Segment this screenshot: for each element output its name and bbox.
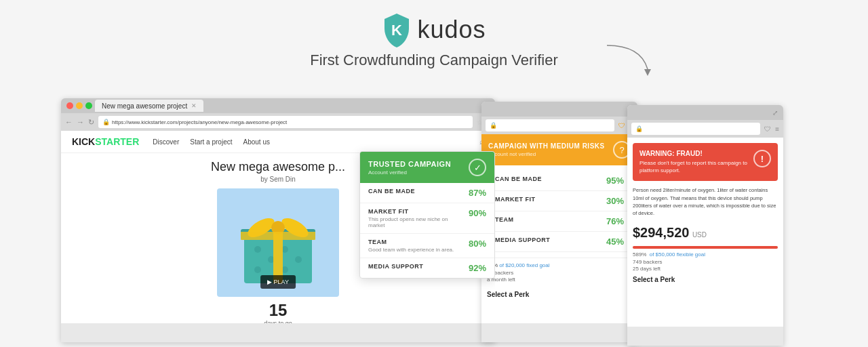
team-desc: Good team with experience in area. [368,247,454,253]
browser-2: ⤢ 🔒 🛡 ≡ CAMPAIGN WITH MEDIUM RISKS Accou… [481,102,637,342]
can-be-made-pct: 87% [469,188,486,198]
fraud-title: WARNING: FRAUD! [639,150,753,157]
lock-icon: 🔒 [102,119,110,125]
fraud-content: WARNING: FRAUD! Please don't forget to r… [627,138,783,327]
svg-marker-1 [644,69,651,76]
progress-bar-3 [633,246,778,249]
can-be-made-label: CAN BE MADE [368,188,415,195]
shield-icon-3: 🛡 [764,125,771,133]
tagline: First Crowdfunding Campaign Verifier [310,52,558,69]
svg-point-7 [254,266,261,273]
kudos-row-media-support: MEDIA SUPPORT 92% [360,258,494,278]
funding-currency-3: USD [692,231,707,239]
tab-title: New mega awesome project [102,102,187,110]
traffic-lights-1 [66,102,92,109]
browser-3-funding: $294,520 USD [633,222,778,243]
back-icon[interactable]: ← [65,118,73,126]
url-text: https://www.kickstarter.com/projects/any… [112,119,287,125]
orange-market-fit-label: MARKET FIT [495,196,536,203]
address-bar-2[interactable]: 🔒 [486,119,614,131]
market-fit-pct: 90% [469,208,486,218]
lock-icon-3: 🔒 [635,125,643,132]
funding-goal-3: of $50,000 flexible goal [650,251,705,258]
minimize-btn[interactable] [76,102,83,109]
trusted-campaign-title: TRUSTED CAMPAIGN [368,160,451,168]
orange-team-label: TEAM [495,216,514,223]
funding-time-2: a month left [487,277,632,283]
maximize-btn[interactable] [85,102,92,109]
browser-3: ⤢ 🔒 🛡 ≡ WARNING: FRAUD! Please don't for… [627,105,783,346]
funding-pct-3: 589% [633,251,646,258]
lock-icon-2: 🔒 [490,122,497,129]
team-label: TEAM [368,239,454,245]
ks-logo: KICKSTARTER [72,136,139,147]
ks-kick: KICK [72,136,95,147]
fraud-warning-box: WARNING: FRAUD! Please don't forget to r… [633,143,778,181]
orange-campaign-title: CAMPAIGN WITH MEDIUM RISKS [488,142,605,150]
tab-close-icon[interactable]: ✕ [191,102,197,109]
browser-3-tabbar: ⤢ [627,105,783,120]
orange-can-be-made: CAN BE MADE 95% [487,171,632,191]
funding-amount-3: $294,520 [633,225,689,240]
nav-discover[interactable]: Discover [153,138,179,146]
address-bar-3[interactable]: 🔒 [631,123,760,135]
funding-backers-2: 34 backers [487,270,632,276]
ks-nav: KICKSTARTER Discover Start a project Abo… [61,131,495,153]
refresh-icon[interactable]: ↻ [88,118,94,127]
address-bar-row-3: 🔒 🛡 ≡ [627,120,783,138]
fraud-body-text: Person need 2liter/minute of oxygen. 1li… [633,186,778,217]
orange-panel-rows: CAN BE MADE 95% MARKET FIT 30% TEAM 76% … [481,165,637,258]
forward-icon[interactable]: → [77,118,84,126]
browser-tab-1[interactable]: New mega awesome project ✕ [95,100,203,112]
orange-can-be-made-pct: 95% [606,176,624,186]
project-author: by Sem Din [260,176,296,183]
nav-about[interactable]: About us [243,138,269,146]
ks-nav-links: Discover Start a project About us [153,138,270,146]
browser-2-tab-label [487,106,489,113]
trusted-campaign-subtitle: Account verified [368,169,451,176]
fraud-icon: ! [753,150,771,167]
project-title: New mega awesome p... [211,160,345,174]
orange-team-pct: 76% [606,216,624,226]
orange-media-support-label: MEDIA SUPPORT [495,237,550,243]
market-fit-label: MARKET FIT [368,208,448,215]
funding-info-line1: 55% of $20,000 fixed goal [487,262,632,268]
browser-1-content: KICKSTARTER Discover Start a project Abo… [61,131,495,323]
progress-fill-3 [633,246,778,249]
funding-days-3: 25 days left [633,266,778,272]
funding-backers-3: 749 backers [633,259,778,265]
expand-icon-3[interactable]: ⤢ [772,109,778,117]
brand-name: kudos [417,16,486,44]
browser-1: New mega awesome project ✕ ← → ↻ 🔒 https… [61,98,495,342]
verified-check-icon: ✓ [469,159,486,176]
address-bar-row-2: 🔒 🛡 ≡ [481,117,637,134]
close-btn[interactable] [66,102,73,109]
browser-3-tab-label [633,109,635,116]
select-perk-3[interactable]: Select a Perk [633,276,778,283]
kudos-green-header: TRUSTED CAMPAIGN Account verified ✓ [360,152,494,183]
orange-media-support: MEDIA SUPPORT 45% [487,232,632,252]
curved-arrow-icon [600,42,654,76]
orange-market-fit: MARKET FIT 30% [487,191,632,211]
browser-2-content: CAMPAIGN WITH MEDIUM RISKS Account not v… [481,134,637,323]
shield-icon: K [382,12,412,47]
browser-2-tabbar: ⤢ [481,102,637,117]
svg-text:K: K [392,22,403,39]
address-bar-1[interactable]: 🔒 https://www.kickstarter.com/projects/a… [98,116,473,128]
market-fit-desc: This product opens new niche onmarket [368,216,448,228]
logo-row: K kudos [382,12,486,47]
orange-market-fit-pct: 30% [606,196,624,206]
browser-2-funding: 55% of $20,000 fixed goal 34 backers a m… [481,258,637,287]
orange-media-support-pct: 45% [606,237,624,247]
nav-start[interactable]: Start a project [190,138,232,146]
shield-verify-icon: 🛡 [618,122,625,129]
select-perk-2[interactable]: Select a Perk [481,291,637,298]
funding-goal-2: of $20,000 fixed goal [499,262,549,268]
svg-rect-14 [241,232,315,240]
browser-1-tabbar: New mega awesome project ✕ [61,98,495,113]
orange-team: TEAM 76% [487,211,632,232]
menu-icon-3[interactable]: ≡ [775,125,779,133]
kudos-row-team: TEAM Good team with experience in area. … [360,234,494,258]
play-button[interactable]: ▶ PLAY [260,275,296,289]
funding-details-3: 589% of $50,000 flexible goal [633,251,778,258]
